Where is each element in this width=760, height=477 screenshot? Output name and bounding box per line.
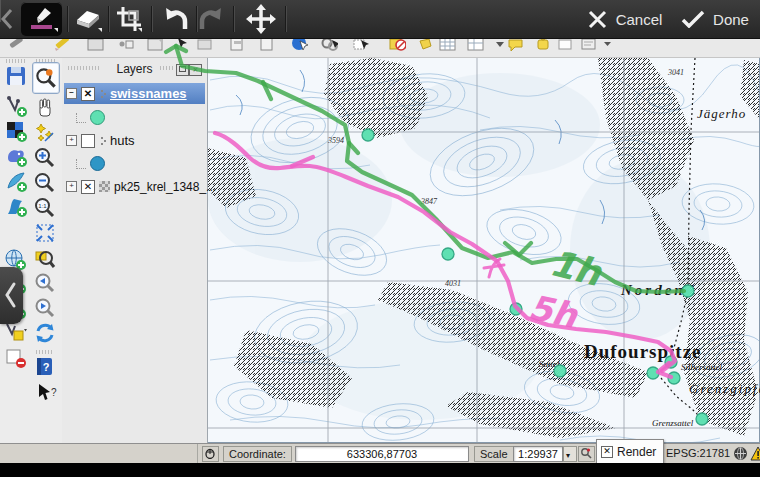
app-window: Jägerho Nordend Dufourspitze Silbersatte… [0, 0, 760, 477]
coordinate-input[interactable] [295, 446, 469, 462]
toolbar-handle [36, 350, 54, 354]
layer-row-pk25[interactable]: + ✕ pk25_krel_1348_... [64, 176, 205, 197]
expander-icon[interactable]: − [66, 88, 77, 99]
pencil-icon[interactable] [52, 38, 70, 52]
layer-checkbox[interactable] [81, 134, 95, 148]
toolbar-handle [6, 59, 26, 63]
warning-icon [750, 446, 760, 461]
crop-tool-button[interactable] [111, 2, 147, 36]
layer-label: pk25_krel_1348_... [114, 180, 216, 194]
zoom-in-button[interactable] [33, 146, 57, 170]
render-checkbox[interactable]: ✕ [601, 446, 613, 458]
chevron-left-icon [0, 267, 23, 324]
undo-button[interactable] [158, 2, 194, 36]
redo-button[interactable] [193, 2, 229, 36]
collapse-toolbar-icon[interactable] [0, 8, 14, 30]
pan-map-button[interactable] [33, 96, 57, 120]
crs-status-label: EPSG:21781 [666, 447, 730, 459]
attribute-table-icon[interactable] [466, 38, 484, 52]
select-polygon-icon[interactable] [416, 38, 434, 52]
label-tag-icon[interactable] [534, 38, 552, 52]
checkmark-icon [681, 10, 705, 28]
scale-label: Scale [474, 446, 514, 462]
cancel-label: Cancel [616, 11, 663, 28]
zoom-actual-size-button[interactable]: 1:1 [33, 196, 57, 220]
statusbar-divider [197, 444, 198, 464]
add-spatialite-layer-button[interactable] [4, 169, 28, 193]
panel-collapse-tab[interactable] [0, 267, 23, 324]
map-canvas[interactable]: Jägerho Nordend Dufourspitze Silbersatte… [207, 57, 760, 443]
deselect-icon[interactable] [388, 38, 406, 52]
hidden-toolbar-icon[interactable] [172, 38, 190, 52]
annotation-toolbar: Cancel Done [0, 0, 760, 39]
marker-tool-button[interactable] [21, 2, 62, 36]
done-button[interactable]: Done [678, 2, 752, 36]
scale-combo[interactable]: 1:29937 [513, 446, 563, 462]
refresh-map-button[interactable] [33, 321, 57, 345]
zoom-out-button[interactable] [33, 171, 57, 195]
layer-checkbox[interactable]: ✕ [81, 180, 95, 194]
coordinate-capture-button[interactable] [202, 446, 219, 462]
raster-layer-icon [99, 181, 110, 192]
close-icon [588, 10, 607, 29]
hidden-toolbar-icon[interactable] [196, 38, 214, 52]
close-panel-button[interactable]: ✕ [189, 64, 202, 76]
scale-dropdown-button[interactable]: ▾ [563, 446, 577, 462]
scale-lock-button[interactable] [578, 446, 595, 462]
layer-symbol-row [64, 153, 205, 174]
actions-icon[interactable] [320, 38, 338, 52]
eraser-tool-button[interactable] [71, 2, 105, 36]
render-toggle[interactable]: ✕ Render [596, 439, 664, 465]
layers-panel: Layers ✕ − ✕ swissnames + huts + ✕ [62, 57, 208, 443]
pan-to-selection-button[interactable] [33, 121, 57, 145]
hidden-toolbar-icon[interactable] [556, 38, 574, 52]
layer-row-swissnames[interactable]: − ✕ swissnames [64, 83, 205, 104]
help-button[interactable]: ? [33, 355, 57, 379]
float-panel-button[interactable] [176, 64, 189, 76]
expander-icon[interactable]: + [66, 181, 77, 192]
done-label: Done [713, 11, 749, 28]
swissnames-symbol [90, 110, 105, 125]
add-raster-layer-button[interactable] [4, 119, 28, 143]
remove-layer-button[interactable] [3, 345, 27, 369]
zoom-next-button[interactable] [33, 296, 57, 320]
hidden-toolbar-icon[interactable] [116, 38, 134, 52]
identify-icon[interactable] [290, 38, 308, 52]
zoom-last-button[interactable] [33, 271, 57, 295]
select-icon[interactable] [352, 38, 370, 52]
hidden-toolbar-icon[interactable] [146, 38, 164, 52]
new-vector-layer-button[interactable] [4, 94, 28, 118]
map-label-dufourspitze: Dufourspitze [584, 341, 702, 362]
save-project-button[interactable] [4, 64, 28, 88]
expander-icon[interactable]: + [66, 135, 77, 146]
whats-this-button[interactable]: ? [33, 381, 57, 405]
zoom-full-extent-button[interactable] [33, 221, 57, 245]
copy-icon[interactable] [258, 38, 276, 52]
layer-checkbox[interactable]: ✕ [81, 87, 95, 101]
elevation-label: 3594 [327, 136, 344, 145]
add-wcs-layer-button[interactable] [4, 194, 28, 218]
map-label-silbersattel: Silbersattel [681, 362, 722, 372]
crs-status-button[interactable] [733, 446, 748, 463]
label-bubble-icon[interactable] [506, 38, 524, 52]
tool-sidebar: 1:1 ? ? [0, 57, 63, 443]
hidden-toolbar-icon[interactable] [86, 38, 104, 52]
copy-icon[interactable] [228, 38, 246, 52]
hidden-toolbar-icon[interactable] [6, 38, 24, 52]
layer-symbol-row [64, 107, 205, 128]
layer-row-huts[interactable]: + huts [64, 130, 205, 151]
cancel-button[interactable]: Cancel [584, 2, 666, 36]
svg-text:?: ? [43, 361, 50, 373]
touch-zoom-pan-button[interactable] [32, 62, 60, 94]
crop-icon [115, 5, 143, 33]
add-postgis-layer-button[interactable] [4, 144, 28, 168]
zoom-to-layer-button[interactable] [33, 246, 57, 270]
coordinate-label: Coordinate: [223, 446, 292, 462]
attribute-table-icon[interactable] [438, 38, 456, 52]
move-tool-button[interactable] [242, 2, 280, 36]
magnifier-lock-icon [580, 447, 592, 459]
dropdown-arrow-icon[interactable] [600, 38, 618, 52]
messages-button[interactable] [750, 446, 760, 463]
layer-label: huts [110, 133, 135, 148]
annotation-icon[interactable] [580, 38, 598, 52]
